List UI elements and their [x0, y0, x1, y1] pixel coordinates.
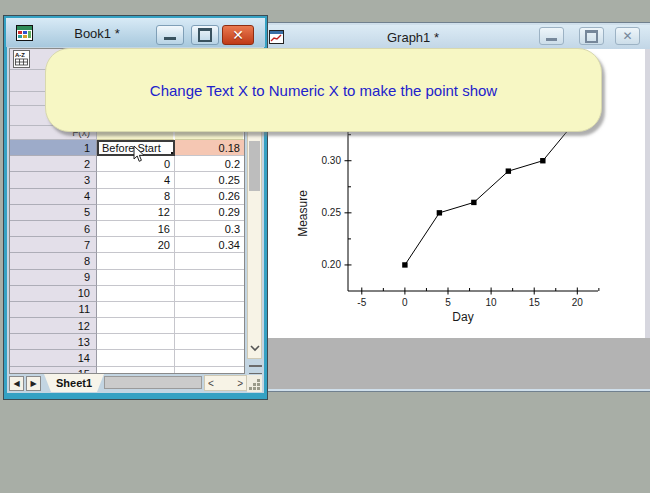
table-row: 5120.29 — [10, 205, 244, 221]
row-header[interactable]: 11 — [10, 302, 97, 318]
book1-maximize-button[interactable] — [191, 25, 219, 45]
cell-y[interactable] — [175, 367, 245, 374]
cell-x[interactable]: 4 — [97, 172, 175, 188]
row-header[interactable]: 6 — [10, 221, 97, 237]
worksheet-rows: 1Before Start0.18200.2340.25480.265120.2… — [10, 140, 244, 374]
cell-y[interactable] — [175, 350, 245, 366]
sheet-tab-bar: ◀ ▶ Sheet1 < > — [7, 374, 264, 393]
row-header[interactable]: 1 — [10, 140, 97, 156]
sheet1-tab[interactable]: Sheet1 — [44, 374, 104, 392]
cell-y[interactable]: 0.18 — [175, 140, 245, 156]
table-row: 8 — [10, 253, 244, 269]
row-header[interactable]: 4 — [10, 189, 97, 205]
table-row: 340.25 — [10, 172, 244, 188]
book1-minimize-button[interactable] — [156, 25, 184, 45]
maximize-icon — [198, 28, 212, 42]
cell-x[interactable] — [97, 270, 175, 286]
table-row: 10 — [10, 286, 244, 302]
graph-page-margin — [645, 49, 650, 338]
sort-az-icon: A-Z — [13, 50, 30, 68]
svg-text:10: 10 — [486, 297, 498, 308]
svg-text:-5: -5 — [357, 297, 366, 308]
table-row: 9 — [10, 270, 244, 286]
workbook-window-icon — [16, 25, 33, 42]
cell-x[interactable]: 8 — [97, 189, 175, 205]
table-row: 200.2 — [10, 156, 244, 172]
svg-text:Day: Day — [452, 310, 473, 324]
horizontal-scrollbar[interactable]: < > — [204, 375, 247, 391]
svg-text:0: 0 — [402, 297, 408, 308]
close-icon: ✕ — [622, 30, 632, 42]
scroll-left-arrow-icon[interactable]: < — [208, 378, 214, 389]
minimize-icon — [164, 37, 176, 40]
row-header[interactable]: 13 — [10, 334, 97, 350]
cell-x[interactable] — [97, 367, 175, 374]
svg-text:Measure: Measure — [296, 190, 310, 237]
row-header[interactable]: 5 — [10, 205, 97, 221]
graph1-maximize-button[interactable] — [579, 27, 604, 45]
svg-text:15: 15 — [529, 297, 541, 308]
graph1-minimize-button[interactable] — [539, 27, 564, 45]
cell-y[interactable] — [175, 286, 245, 302]
cell-x[interactable]: 12 — [97, 205, 175, 221]
svg-text:5: 5 — [445, 297, 451, 308]
cell-y[interactable]: 0.29 — [175, 205, 245, 221]
scroll-right-arrow-icon[interactable]: > — [237, 378, 243, 389]
graph-window-icon — [269, 30, 284, 44]
graph1-window-title: Graph1 * — [291, 30, 535, 45]
cell-y[interactable] — [175, 302, 245, 318]
cell-y[interactable] — [175, 270, 245, 286]
cell-x[interactable] — [97, 286, 175, 302]
scroll-down-arrow-icon[interactable] — [248, 344, 261, 356]
row-header[interactable]: 2 — [10, 156, 97, 172]
table-row: 11 — [10, 302, 244, 318]
mouse-cursor-icon — [133, 145, 147, 163]
next-sheet-button[interactable]: ▶ — [26, 376, 41, 391]
book1-close-button[interactable]: ✕ — [222, 25, 254, 45]
minimize-icon — [546, 38, 557, 41]
cell-x[interactable] — [97, 253, 175, 269]
cell-y[interactable] — [175, 253, 245, 269]
close-icon: ✕ — [232, 28, 244, 42]
svg-text:0.30: 0.30 — [322, 155, 342, 166]
svg-text:20: 20 — [572, 297, 584, 308]
table-row: 14 — [10, 350, 244, 366]
svg-text:0.25: 0.25 — [322, 207, 342, 218]
row-header[interactable]: 14 — [10, 350, 97, 366]
cell-x[interactable] — [97, 334, 175, 350]
cell-x[interactable] — [97, 350, 175, 366]
cell-y[interactable]: 0.2 — [175, 156, 245, 172]
cell-y[interactable]: 0.34 — [175, 237, 245, 253]
table-row: 1Before Start0.18 — [10, 140, 244, 156]
scrollbar-thumb[interactable] — [249, 141, 260, 191]
table-row: 15 — [10, 367, 244, 374]
book1-window-title: Book1 * — [39, 26, 155, 41]
row-header[interactable]: 7 — [10, 237, 97, 253]
resize-grip[interactable] — [247, 375, 262, 392]
table-row: 12 — [10, 318, 244, 334]
row-header[interactable]: 10 — [10, 286, 97, 302]
cell-x[interactable] — [97, 302, 175, 318]
cell-y[interactable] — [175, 318, 245, 334]
cell-y[interactable]: 0.26 — [175, 189, 245, 205]
row-header[interactable]: 15 — [10, 367, 97, 374]
row-header[interactable]: 3 — [10, 172, 97, 188]
tab-strip — [104, 376, 202, 389]
row-header[interactable]: 8 — [10, 253, 97, 269]
cell-x[interactable]: 20 — [97, 237, 175, 253]
desktop: Graph1 * ✕ -5051015200.200.250.30DayMeas… — [0, 0, 650, 493]
tooltip-balloon: Change Text X to Numeric X to make the p… — [45, 48, 602, 132]
cell-y[interactable]: 0.3 — [175, 221, 245, 237]
row-header[interactable]: 9 — [10, 270, 97, 286]
cell-x[interactable] — [97, 318, 175, 334]
cell-y[interactable]: 0.25 — [175, 172, 245, 188]
graph1-close-button[interactable]: ✕ — [615, 27, 640, 45]
previous-sheet-button[interactable]: ◀ — [9, 376, 24, 391]
table-row: 6160.3 — [10, 221, 244, 237]
table-row: 7200.34 — [10, 237, 244, 253]
cell-x[interactable]: 16 — [97, 221, 175, 237]
table-row: 13 — [10, 334, 244, 350]
cell-y[interactable] — [175, 334, 245, 350]
maximize-icon — [585, 30, 598, 43]
row-header[interactable]: 12 — [10, 318, 97, 334]
